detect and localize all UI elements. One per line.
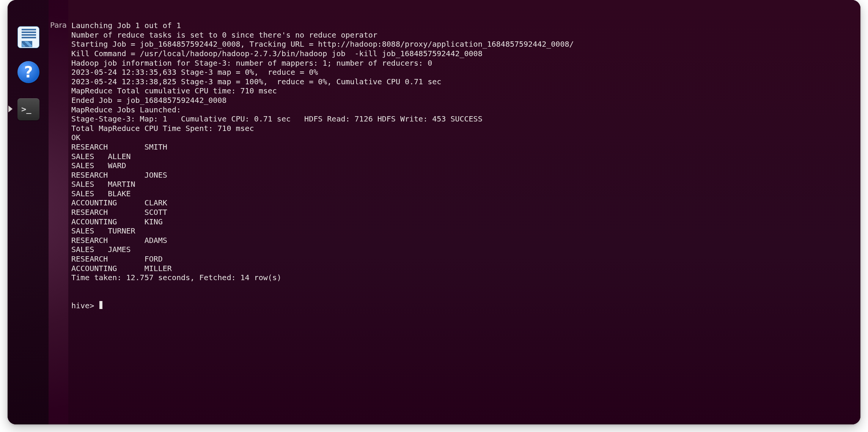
document-icon (17, 26, 39, 48)
result-row: RESEARCH JONES (71, 170, 856, 180)
terminal-line: Starting Job = job_1684857592442_0008, T… (71, 39, 856, 49)
terminal-line: Launching Job 1 out of 1 (71, 21, 856, 30)
desktop-background: Para ? >_ Launching Job 1 out of 1Number… (8, 0, 860, 424)
terminal-line: Kill Command = /usr/local/hadoop/hadoop-… (71, 49, 856, 58)
terminal-window[interactable]: Launching Job 1 out of 1Number of reduce… (68, 0, 860, 424)
launcher-item-terminal[interactable]: >_ (17, 98, 40, 121)
result-row: RESEARCH SCOTT (71, 208, 856, 217)
screenshot-card: Para ? >_ Launching Job 1 out of 1Number… (8, 0, 860, 424)
result-row: SALES TURNER (71, 226, 856, 236)
result-row: SALES ALLEN (71, 152, 856, 161)
terminal-line: MapReduce Total cumulative CPU time: 710… (71, 86, 856, 96)
help-icon: ? (17, 61, 39, 83)
result-row: RESEARCH ADAMS (71, 236, 856, 245)
launcher: ? >_ (8, 0, 49, 424)
background-window-label: Para (50, 21, 67, 29)
terminal-line: 2023-05-24 12:33:35,633 Stage-3 map = 0%… (71, 68, 856, 77)
terminal-line: OK (71, 133, 856, 142)
result-row: SALES MARTIN (71, 180, 856, 189)
terminal-line: Hadoop job information for Stage-3: numb… (71, 58, 856, 68)
result-row: RESEARCH FORD (71, 254, 856, 264)
terminal-prompt[interactable]: hive> (71, 301, 856, 311)
result-row: ACCOUNTING KING (71, 217, 856, 227)
terminal-line: Total MapReduce CPU Time Spent: 710 msec (71, 124, 856, 133)
terminal-output: Launching Job 1 out of 1Number of reduce… (71, 21, 856, 282)
result-row: SALES BLAKE (71, 189, 856, 199)
launcher-item-help[interactable]: ? (17, 61, 40, 84)
result-row: ACCOUNTING CLARK (71, 198, 856, 208)
result-row: ACCOUNTING MILLER (71, 264, 856, 273)
result-row: SALES JAMES (71, 245, 856, 254)
prompt-text: hive> (71, 301, 99, 310)
terminal-line: Number of reduce tasks is set to 0 since… (71, 30, 856, 40)
cursor-icon (99, 301, 102, 309)
terminal-line: Ended Job = job_1684857592442_0008 (71, 96, 856, 105)
terminal-line: MapReduce Jobs Launched: (71, 105, 856, 115)
terminal-icon: >_ (17, 98, 39, 120)
result-row: SALES WARD (71, 161, 856, 170)
launcher-item-writer[interactable] (17, 26, 40, 49)
terminal-line: 2023-05-24 12:33:38,825 Stage-3 map = 10… (71, 77, 856, 87)
terminal-line: Stage-Stage-3: Map: 1 Cumulative CPU: 0.… (71, 114, 856, 124)
launcher-active-indicator-icon (8, 106, 13, 112)
terminal-footer: Time taken: 12.757 seconds, Fetched: 14 … (71, 273, 856, 282)
result-row: RESEARCH SMITH (71, 142, 856, 152)
